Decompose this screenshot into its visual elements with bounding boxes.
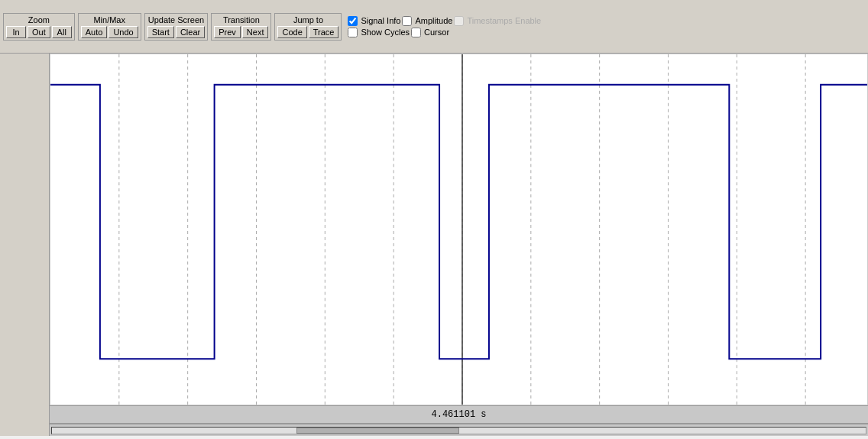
waveform-svg: [50, 54, 867, 405]
zoom-in-button[interactable]: In: [6, 26, 26, 38]
signal-info-checkbox[interactable]: [348, 16, 358, 26]
checkboxes-section: Signal Info Amplitude Timestamps Enable …: [345, 15, 544, 39]
transition-label: Transition: [223, 15, 260, 24]
scrollbar-thumb[interactable]: [296, 428, 459, 434]
trace-button[interactable]: Trace: [309, 26, 339, 38]
clear-button[interactable]: Clear: [176, 26, 205, 38]
minmax-section: Min/Max Auto Undo: [78, 13, 141, 41]
signal-info-label[interactable]: Signal Info: [361, 16, 400, 25]
amplitude-checkbox[interactable]: [402, 16, 412, 26]
signal-info-row: Signal Info: [348, 16, 400, 26]
show-cycles-label[interactable]: Show Cycles: [361, 28, 410, 37]
timestamps-checkbox[interactable]: [454, 16, 464, 26]
time-value: 4.461101 s: [431, 409, 486, 420]
scrollbar-track[interactable]: [51, 427, 866, 434]
minmax-label: Min/Max: [93, 15, 125, 24]
update-screen-section: Update Screen Start Clear: [144, 13, 209, 41]
show-cycles-row: Show Cycles: [348, 28, 410, 37]
toolbar: Zoom In Out All Min/Max Auto Undo Update…: [0, 0, 868, 54]
amplitude-label[interactable]: Amplitude: [415, 16, 452, 25]
cursor-label[interactable]: Cursor: [424, 28, 449, 37]
timestamps-label: Timestamps Enable: [467, 16, 541, 25]
prev-button[interactable]: Prev: [214, 26, 241, 38]
svg-rect-0: [50, 54, 867, 405]
auto-button[interactable]: Auto: [81, 26, 108, 38]
zoom-all-button[interactable]: All: [52, 26, 72, 38]
update-screen-label: Update Screen: [148, 15, 204, 24]
amplitude-row: Amplitude: [402, 16, 452, 26]
show-cycles-checkbox[interactable]: [348, 28, 358, 37]
timestamps-row: Timestamps Enable: [454, 16, 541, 26]
undo-button[interactable]: Undo: [108, 26, 138, 38]
code-button[interactable]: Code: [277, 26, 306, 38]
jump-to-section: Jump to Code Trace: [274, 13, 342, 41]
transition-section: Transition Prev Next: [211, 13, 271, 41]
main-area: 4.461101 s: [50, 54, 868, 436]
cursor-row: Cursor: [411, 28, 449, 37]
cursor-checkbox[interactable]: [411, 28, 421, 37]
start-button[interactable]: Start: [147, 26, 174, 38]
zoom-out-button[interactable]: Out: [28, 26, 50, 38]
scrollbar-area[interactable]: [50, 424, 868, 436]
time-bar: 4.461101 s: [50, 405, 868, 424]
zoom-label: Zoom: [28, 15, 50, 24]
signal-names-panel: [0, 54, 50, 436]
zoom-section: Zoom In Out All: [3, 13, 75, 41]
main-panel: 4.461101 s: [0, 54, 868, 436]
jump-to-label: Jump to: [293, 15, 323, 24]
waveform-container[interactable]: [50, 54, 868, 405]
next-button[interactable]: Next: [242, 26, 269, 38]
